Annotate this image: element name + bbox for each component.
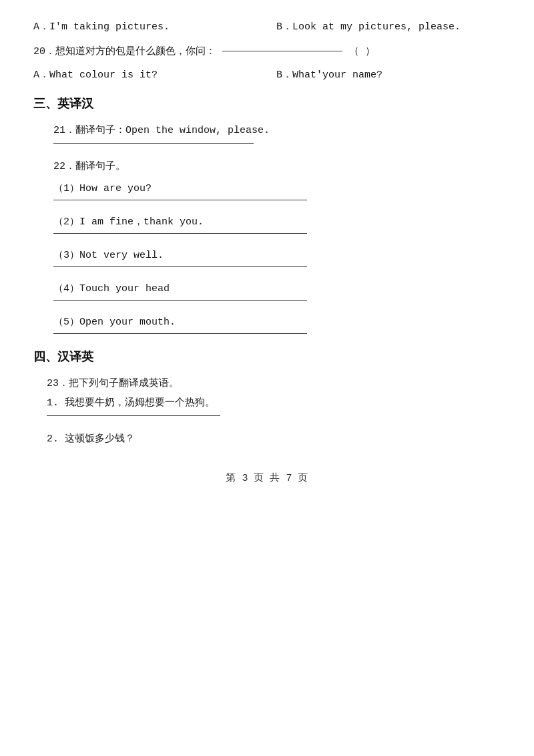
option-b1: B．Look at my pictures, please.: [276, 20, 501, 33]
option-a2: A．What colour is it?: [33, 68, 258, 81]
option-a1: A．I'm taking pictures.: [33, 20, 258, 33]
q23-intro: 23．把下列句子翻译成英语。: [47, 377, 501, 389]
section4-item-2: 2. 这顿饭多少钱？: [47, 432, 501, 445]
q21-label: 21．翻译句子：Open the window, please.: [53, 124, 501, 136]
section4-item-1: 1. 我想要牛奶，汤姆想要一个热狗。: [47, 396, 501, 409]
q22-sub-1-line: [53, 200, 307, 200]
section4-item-2-num: 2.: [47, 433, 59, 445]
options-row-1: A．I'm taking pictures. B．Look at my pict…: [33, 20, 501, 33]
q22-sub-2-line: [53, 233, 307, 234]
section4-header: 四、汉译英: [33, 349, 501, 365]
q22-sub-5: （5）Open your mouth.: [53, 315, 501, 328]
section4-item-1-line: [47, 415, 220, 416]
q22-sub-5-line: [53, 333, 307, 334]
q22-intro: 22．翻译句子。: [53, 160, 501, 172]
q21-text: 21．翻译句子：Open the window, please.: [53, 125, 270, 136]
option-b2: B．What'your name?: [276, 68, 501, 81]
options-row-2: A．What colour is it? B．What'your name?: [33, 68, 501, 81]
q20-blank: [222, 51, 342, 51]
q22-sub-3: （3）Not very well.: [53, 248, 501, 261]
q22-sub-4-line: [53, 300, 307, 301]
q22-sub-2: （2）I am fine，thank you.: [53, 215, 501, 228]
q22-sub-1: （1）How are you?: [53, 182, 501, 194]
page-footer: 第 3 页 共 7 页: [33, 471, 501, 484]
section4-item-1-text: 我想要牛奶，汤姆想要一个热狗。: [65, 397, 215, 409]
section4-item-1-num: 1.: [47, 397, 59, 409]
q21-answer-line: [53, 143, 254, 144]
section3-header: 三、英译汉: [33, 96, 501, 112]
q20-text: 20．想知道对方的包是什么颜色，你问：: [33, 45, 216, 57]
q22-sub-4: （4）Touch your head: [53, 282, 501, 295]
section4-item-2-text: 这顿饭多少钱？: [65, 433, 135, 445]
q20-paren: （ ）: [349, 45, 375, 57]
question-20: 20．想知道对方的包是什么颜色，你问： （ ）: [33, 45, 501, 57]
q22-sub-3-line: [53, 266, 307, 267]
